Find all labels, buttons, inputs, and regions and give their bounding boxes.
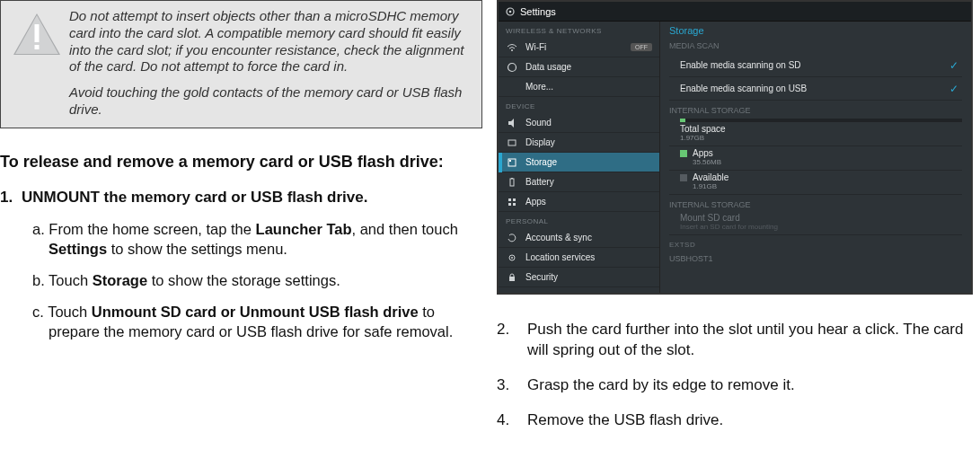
item-scan-sd[interactable]: Enable media scanning on SD ✓ bbox=[669, 54, 962, 77]
sync-icon bbox=[506, 232, 518, 244]
step-1a-label: a. bbox=[32, 221, 45, 237]
row-data-label: Data usage bbox=[525, 62, 571, 72]
svg-point-5 bbox=[509, 10, 512, 13]
step-1c: c. Touch Unmount SD card or Unmount USB … bbox=[32, 303, 482, 341]
svg-point-7 bbox=[508, 63, 516, 71]
gear-icon bbox=[506, 7, 515, 16]
hdr-internal-2: INTERNAL STORAGE bbox=[669, 200, 962, 209]
kv-mount: Mount SD card Insert an SD card for moun… bbox=[669, 213, 962, 235]
row-sound-label: Sound bbox=[525, 118, 552, 128]
kv-apps[interactable]: Apps 35.56MB bbox=[669, 148, 962, 171]
shot-body: WIRELESS & NETWORKS Wi-Fi OFF Data usage… bbox=[499, 22, 971, 293]
step-1b-bold1: Storage bbox=[93, 272, 147, 288]
step-1c-pre: Touch bbox=[44, 304, 92, 320]
step-4-text: Remove the USB flash drive. bbox=[527, 410, 973, 431]
mount-key: Mount SD card bbox=[680, 213, 962, 223]
data-usage-icon bbox=[506, 61, 518, 74]
step-1a-bold1: Launcher Tab bbox=[256, 221, 352, 237]
warning-para-2: Avoid touching the gold contacts of the … bbox=[69, 84, 471, 119]
swatch-icon bbox=[680, 150, 687, 157]
mount-val: Insert an SD card for mounting bbox=[680, 223, 962, 231]
svg-rect-17 bbox=[513, 203, 516, 206]
location-icon bbox=[506, 251, 518, 264]
kv-total[interactable]: Total space 1.97GB bbox=[669, 124, 962, 146]
step-2: 2. Push the card further into the slot u… bbox=[497, 320, 973, 361]
apps-icon bbox=[506, 196, 518, 208]
storage-bar bbox=[680, 119, 962, 122]
battery-icon bbox=[506, 176, 518, 189]
right-title: Storage bbox=[669, 25, 962, 36]
row-wifi[interactable]: Wi-Fi OFF bbox=[499, 38, 659, 57]
hdr-extsd: EXTSD bbox=[669, 241, 962, 249]
lock-icon bbox=[506, 271, 518, 284]
step-1: 1.UNMOUNT the memory card or USB flash d… bbox=[0, 188, 482, 207]
row-sound[interactable]: Sound bbox=[499, 113, 659, 133]
item-scan-sd-label: Enable media scanning on SD bbox=[680, 60, 801, 70]
step-1-title: UNMOUNT the memory card or USB flash dri… bbox=[22, 189, 367, 206]
apps-val: 35.56MB bbox=[680, 158, 962, 166]
svg-rect-14 bbox=[508, 198, 511, 201]
apps-key: Apps bbox=[693, 148, 713, 158]
left-column: Do not attempt to insert objects other t… bbox=[0, 0, 490, 467]
svg-rect-3 bbox=[35, 45, 40, 49]
selection-bar bbox=[499, 153, 502, 172]
svg-rect-15 bbox=[513, 198, 516, 201]
row-apps[interactable]: Apps bbox=[499, 192, 659, 212]
svg-rect-13 bbox=[511, 178, 513, 179]
row-display-label: Display bbox=[525, 137, 555, 147]
row-security-label: Security bbox=[525, 272, 558, 282]
total-key: Total space bbox=[680, 124, 962, 134]
section-wireless: WIRELESS & NETWORKS bbox=[499, 22, 659, 38]
row-display[interactable]: Display bbox=[499, 133, 659, 153]
svg-rect-2 bbox=[35, 24, 40, 42]
right-column: Settings WIRELESS & NETWORKS Wi-Fi OFF D… bbox=[490, 0, 980, 467]
warning-para-1: Do not attempt to insert objects other t… bbox=[69, 8, 471, 75]
kv-available[interactable]: Available 1.91GB bbox=[669, 172, 962, 195]
svg-point-19 bbox=[511, 257, 513, 259]
row-battery[interactable]: Battery bbox=[499, 172, 659, 192]
step-1b-post: to show the storage settings. bbox=[147, 272, 340, 288]
item-scan-usb[interactable]: Enable media scanning on USB ✓ bbox=[669, 77, 962, 101]
android-settings-screenshot: Settings WIRELESS & NETWORKS Wi-Fi OFF D… bbox=[497, 0, 973, 295]
row-more[interactable]: More... bbox=[499, 77, 659, 97]
step-3-text: Grasp the card by its edge to remove it. bbox=[527, 375, 973, 396]
row-location[interactable]: Location services bbox=[499, 248, 659, 268]
shot-titlebar: Settings bbox=[499, 2, 971, 22]
step-1c-label: c. bbox=[32, 304, 44, 320]
row-storage[interactable]: Storage bbox=[499, 153, 659, 172]
svg-point-6 bbox=[511, 49, 513, 51]
step-1a-bold2: Settings bbox=[49, 241, 107, 257]
item-scan-usb-label: Enable media scanning on USB bbox=[680, 84, 807, 93]
svg-rect-9 bbox=[508, 140, 516, 145]
shot-right-panel: Storage MEDIA SCAN Enable media scanning… bbox=[660, 22, 971, 293]
step-1a-mid: , and then touch bbox=[352, 221, 458, 237]
section-device: DEVICE bbox=[499, 97, 659, 113]
step-2-num: 2. bbox=[497, 320, 527, 361]
row-wifi-label: Wi-Fi bbox=[525, 42, 546, 52]
row-more-label: More... bbox=[525, 82, 553, 92]
step-4-num: 4. bbox=[497, 410, 527, 431]
display-icon bbox=[506, 137, 518, 149]
row-data-usage[interactable]: Data usage bbox=[499, 57, 659, 77]
step-1a-post: to show the settings menu. bbox=[107, 241, 287, 257]
step-1b-label: b. bbox=[32, 272, 45, 288]
hdr-internal-1: INTERNAL STORAGE bbox=[669, 106, 962, 115]
wifi-toggle[interactable]: OFF bbox=[631, 43, 652, 51]
row-security[interactable]: Security bbox=[499, 268, 659, 287]
row-location-label: Location services bbox=[525, 252, 595, 262]
row-accounts[interactable]: Accounts & sync bbox=[499, 228, 659, 248]
sound-icon bbox=[506, 117, 518, 129]
hdr-media-scan: MEDIA SCAN bbox=[669, 41, 962, 50]
check-icon: ✓ bbox=[949, 83, 962, 95]
hdr-usbhost: USBHOST1 bbox=[669, 254, 962, 263]
step-2-text: Push the card further into the slot unti… bbox=[527, 320, 973, 361]
wifi-icon bbox=[506, 41, 518, 54]
row-accounts-label: Accounts & sync bbox=[525, 233, 592, 242]
step-1b-pre: Touch bbox=[45, 272, 93, 288]
shot-left-panel: WIRELESS & NETWORKS Wi-Fi OFF Data usage… bbox=[499, 22, 660, 293]
svg-rect-11 bbox=[509, 160, 511, 162]
row-battery-label: Battery bbox=[525, 177, 554, 187]
release-heading: To release and remove a memory card or U… bbox=[0, 152, 482, 172]
warning-text: Do not attempt to insert objects other t… bbox=[69, 8, 471, 119]
step-3: 3. Grasp the card by its edge to remove … bbox=[497, 375, 973, 396]
